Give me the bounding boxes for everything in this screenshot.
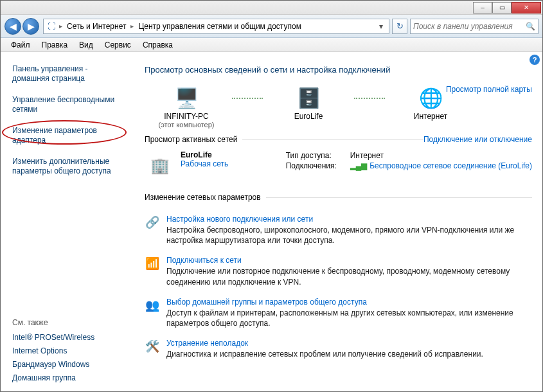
refresh-button[interactable]: ↻ bbox=[392, 19, 407, 34]
overview-pc-sub: (этот компьютер) bbox=[158, 121, 214, 129]
overview-network: 🗄️ EuroLife bbox=[267, 85, 350, 121]
chevron-right-icon: ▸ bbox=[129, 22, 135, 30]
minimize-button[interactable]: – bbox=[473, 2, 492, 13]
overview-this-pc: 🖥️ INFINITY-PC (этот компьютер) bbox=[145, 85, 228, 129]
window-controls: – ▭ ✕ bbox=[473, 2, 541, 13]
nav-buttons: ◀ ▶ bbox=[4, 18, 40, 35]
menu-view[interactable]: Вид bbox=[74, 39, 98, 51]
sidebar-link-adapter-settings[interactable]: Изменение параметров адаптера bbox=[12, 124, 125, 147]
menu-edit[interactable]: Правка bbox=[37, 39, 73, 51]
connection-line-icon bbox=[350, 94, 389, 120]
sidebar-see-also-item[interactable]: Брандмауэр Windows bbox=[12, 358, 125, 371]
address-dropdown[interactable]: ▾ bbox=[376, 22, 386, 31]
menu-help[interactable]: Справка bbox=[138, 39, 178, 51]
breadcrumb-segment[interactable]: Центр управления сетями и общим доступом bbox=[136, 21, 303, 31]
overview-internet-name: Интернет bbox=[414, 112, 447, 121]
prop-key: Подключения: bbox=[286, 161, 350, 170]
signal-icon: ▂▄▆ bbox=[350, 161, 368, 170]
content: Панель управления - домашняя страница Уп… bbox=[1, 52, 542, 391]
active-networks-label: Просмотр активных сетей bbox=[145, 135, 237, 144]
window: – ▭ ✕ ◀ ▶ ⛶ ▸ Сеть и Интернет ▸ Центр уп… bbox=[0, 0, 543, 392]
task-title-link[interactable]: Устранение неполадок bbox=[166, 339, 483, 348]
new-connection-icon: 🔗 bbox=[145, 215, 160, 230]
server-icon: 🗄️ bbox=[296, 85, 321, 111]
maximize-button[interactable]: ▭ bbox=[492, 2, 512, 13]
task-item: 🔗 Настройка нового подключения или сети … bbox=[145, 209, 532, 251]
active-network-block: 🏢 EuroLife Рабочая сеть Тип доступа: Инт… bbox=[145, 150, 532, 181]
task-title-link[interactable]: Подключиться к сети bbox=[166, 256, 532, 265]
computer-icon: 🖥️ bbox=[174, 85, 199, 111]
net-params-heading: Изменение сетевых параметров bbox=[145, 193, 532, 202]
page-title: Просмотр основных сведений о сети и наст… bbox=[145, 65, 532, 75]
connection-link[interactable]: Беспроводное сетевое соединение (EuroLif… bbox=[369, 161, 532, 170]
active-networks-heading: Просмотр активных сетей Подключение или … bbox=[145, 135, 532, 144]
globe-icon: 🌐 bbox=[418, 85, 443, 111]
menu-tools[interactable]: Сервис bbox=[100, 39, 136, 51]
sidebar-link-wireless[interactable]: Управление беспроводными сетями bbox=[12, 93, 125, 116]
prop-value: Интернет bbox=[350, 151, 384, 160]
overview-network-name: EuroLife bbox=[294, 112, 323, 121]
task-title-link[interactable]: Выбор домашней группы и параметров общег… bbox=[166, 298, 532, 307]
sidebar-see-also-item[interactable]: Internet Options bbox=[12, 344, 125, 358]
search-input[interactable] bbox=[413, 22, 521, 31]
titlebar: – ▭ ✕ bbox=[1, 1, 542, 15]
menubar: Файл Правка Вид Сервис Справка bbox=[1, 38, 542, 52]
active-network-type[interactable]: Рабочая сеть bbox=[181, 159, 228, 168]
close-button[interactable]: ✕ bbox=[512, 2, 541, 13]
sidebar-see-also-item[interactable]: Домашняя группа bbox=[12, 371, 125, 385]
chevron-right-icon: ▸ bbox=[58, 22, 64, 30]
menu-file[interactable]: Файл bbox=[6, 39, 35, 51]
network-building-icon: 🏢 bbox=[145, 150, 175, 181]
homegroup-icon: 👥 bbox=[145, 298, 160, 313]
prop-key: Тип доступа: bbox=[286, 151, 350, 160]
task-title-link[interactable]: Настройка нового подключения или сети bbox=[166, 215, 532, 224]
control-panel-icon: ⛶ bbox=[46, 21, 57, 31]
task-desc: Настройка беспроводного, широкополосного… bbox=[166, 225, 532, 245]
connection-line-icon bbox=[228, 94, 267, 120]
tasks-list: 🔗 Настройка нового подключения или сети … bbox=[145, 209, 532, 364]
task-desc: Подключение или повторное подключение к … bbox=[166, 266, 532, 287]
sidebar: Панель управления - домашняя страница Уп… bbox=[1, 52, 132, 391]
forward-button[interactable]: ▶ bbox=[22, 18, 39, 35]
task-item: 👥 Выбор домашней группы и параметров общ… bbox=[145, 292, 532, 334]
troubleshoot-icon: 🛠️ bbox=[145, 339, 160, 354]
network-overview: 🖥️ INFINITY-PC (этот компьютер) 🗄️ EuroL… bbox=[145, 85, 532, 129]
overview-pc-name: INFINITY-PC bbox=[164, 112, 209, 121]
task-item: 🛠️ Устранение неполадок Диагностика и ис… bbox=[145, 334, 532, 364]
address-bar[interactable]: ⛶ ▸ Сеть и Интернет ▸ Центр управления с… bbox=[43, 19, 389, 34]
sidebar-link-sharing[interactable]: Изменить дополнительные параметры общего… bbox=[12, 155, 125, 178]
breadcrumb-segment[interactable]: Сеть и Интернет bbox=[65, 21, 128, 31]
search-icon[interactable]: 🔍 bbox=[526, 22, 535, 31]
connect-disconnect-link[interactable]: Подключение или отключение bbox=[423, 135, 532, 144]
see-also-heading: См. также bbox=[12, 318, 125, 327]
net-params-label: Изменение сетевых параметров bbox=[145, 193, 261, 202]
navbar: ◀ ▶ ⛶ ▸ Сеть и Интернет ▸ Центр управлен… bbox=[1, 15, 542, 38]
full-map-link[interactable]: Просмотр полной карты bbox=[446, 85, 532, 94]
sidebar-see-also-item[interactable]: Intel® PROSet/Wireless bbox=[12, 331, 125, 344]
task-item: 📶 Подключиться к сети Подключение или по… bbox=[145, 251, 532, 292]
back-button[interactable]: ◀ bbox=[4, 18, 21, 35]
main-pane: ? Просмотр основных сведений о сети и на… bbox=[132, 52, 542, 391]
active-network-name: EuroLife bbox=[181, 150, 228, 159]
connect-network-icon: 📶 bbox=[145, 256, 160, 271]
search-box[interactable]: 🔍 bbox=[410, 19, 539, 34]
task-desc: Доступ к файлам и принтерам, расположенн… bbox=[166, 308, 532, 328]
sidebar-link-home[interactable]: Панель управления - домашняя страница bbox=[12, 62, 125, 85]
active-network-props: Тип доступа: Интернет Подключения: ▂▄▆Бе… bbox=[286, 150, 532, 181]
help-icon[interactable]: ? bbox=[530, 55, 540, 65]
task-desc: Диагностика и исправление сетевых пробле… bbox=[166, 349, 483, 359]
